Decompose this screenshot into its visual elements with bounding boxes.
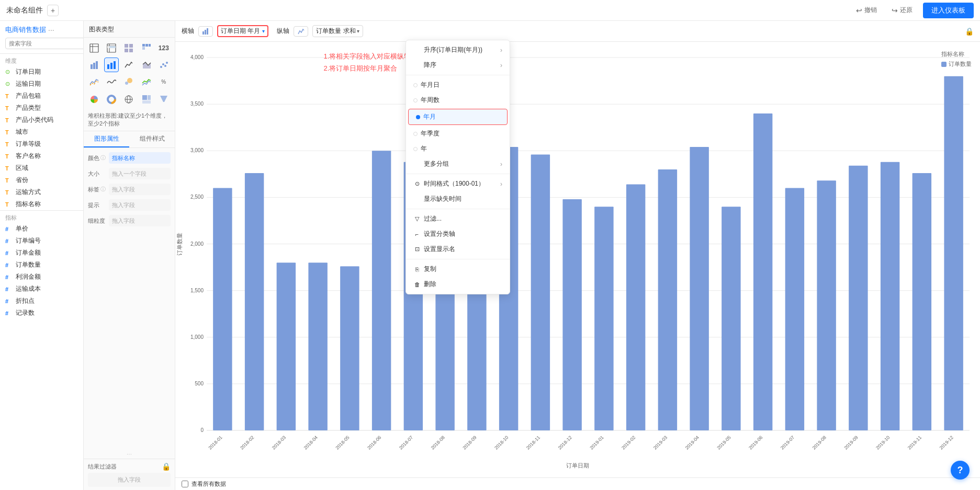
menu-item-ym[interactable]: 年月 xyxy=(408,109,508,125)
menu-item-set-display-name[interactable]: ⊡ 设置显示名 xyxy=(406,242,510,257)
chart-map-icon[interactable] xyxy=(121,92,136,107)
field-ship-cost[interactable]: # 运输成本 xyxy=(0,283,83,295)
svg-rect-40 xyxy=(207,28,208,35)
field-order-amount[interactable]: # 订单金额 xyxy=(0,247,83,259)
menu-item-ymd[interactable]: 年月日 xyxy=(406,77,510,93)
search-input[interactable] xyxy=(5,38,84,49)
undo-button[interactable]: ↩ 撤销 xyxy=(852,4,881,17)
prop-tooltip-label: 提示 xyxy=(88,201,107,209)
chart-column-icon[interactable] xyxy=(104,58,119,72)
radio-selected-icon xyxy=(416,115,420,119)
svg-text:3,000: 3,000 xyxy=(190,147,204,153)
menu-item-set-cat-axis[interactable]: ⌐ 设置分类轴 xyxy=(406,226,510,242)
svg-text:2018-07: 2018-07 xyxy=(398,435,414,450)
field-city[interactable]: T 城市 xyxy=(0,126,83,138)
field-ship-date[interactable]: ⊙ 运输日期 xyxy=(0,78,83,90)
svg-text:2018-12: 2018-12 xyxy=(557,435,573,450)
menu-item-delete[interactable]: 🗑 删除 xyxy=(406,277,510,292)
y-axis-select[interactable]: 订单数量 求和 ▾ xyxy=(312,25,363,37)
tab-graph-props[interactable]: 图形属性 xyxy=(84,131,129,147)
chart-line-icon[interactable] xyxy=(121,58,136,72)
chart-number-icon[interactable]: 123 xyxy=(156,41,171,55)
chart-donut-icon[interactable] xyxy=(104,92,119,107)
prop-color-field[interactable]: 指标名称 xyxy=(109,152,171,164)
chart-grid-icon[interactable] xyxy=(121,41,136,55)
prop-size-field[interactable]: 拖入一个字段 xyxy=(109,168,171,179)
prop-label-field[interactable]: 拖入字段 xyxy=(109,184,171,195)
svg-rect-35 xyxy=(148,95,151,100)
field-region[interactable]: T 区域 xyxy=(0,162,83,174)
chart-bar-icon[interactable] xyxy=(87,58,102,72)
menu-divider4 xyxy=(406,259,510,259)
chart-stacked-line-icon[interactable] xyxy=(139,74,154,89)
redo-button[interactable]: ↪ 还原 xyxy=(887,4,917,17)
lock-icon[interactable]: 🔒 xyxy=(162,462,171,471)
field-order-date[interactable]: ⊙ 订单日期 xyxy=(0,66,83,78)
menu-item-copy[interactable]: ⎘ 复制 xyxy=(406,261,510,277)
field-discount[interactable]: # 折扣点 xyxy=(0,295,83,307)
resize-handle[interactable]: ··· xyxy=(84,449,175,459)
menu-item-desc[interactable]: 降序 › xyxy=(406,58,510,73)
add-component-button[interactable]: + xyxy=(47,5,59,16)
field-record-count[interactable]: # 记录数 xyxy=(0,307,83,319)
menu-item-y[interactable]: 年 xyxy=(406,141,510,156)
prop-tooltip-field[interactable]: 拖入字段 xyxy=(109,199,171,211)
field-unit-price[interactable]: # 单价 xyxy=(0,223,83,235)
chart-scatter-icon[interactable] xyxy=(156,58,171,72)
enter-dashboard-button[interactable]: 进入仪表板 xyxy=(923,3,974,18)
chart-pie-icon[interactable] xyxy=(87,92,102,107)
chart-table-icon[interactable] xyxy=(87,41,102,55)
menu-item-yq[interactable]: 年季度 xyxy=(406,126,510,141)
chart-funnel-icon[interactable] xyxy=(156,92,171,107)
chart-wave-icon[interactable] xyxy=(104,74,119,89)
datasource-title: 电商销售数据 ··· xyxy=(5,25,78,35)
arrow-icon4: › xyxy=(500,180,502,188)
menu-item-time-format[interactable]: ⊙ 时间格式（1900-01） › xyxy=(406,176,510,191)
x-axis-select[interactable]: 订单日期 年月 ▾ xyxy=(217,25,268,37)
y-axis-icon[interactable] xyxy=(294,26,308,37)
menu-item-more-group[interactable]: 更多分组 › xyxy=(406,156,510,172)
field-product-sub-code[interactable]: T 产品小类代码 xyxy=(0,114,83,126)
menu-item-show-missing[interactable]: 显示缺失时间 xyxy=(406,191,510,207)
field-order-no[interactable]: # 订单编号 xyxy=(0,235,83,247)
svg-point-24 xyxy=(162,63,164,65)
prop-granularity-field[interactable]: 拖入字段 xyxy=(109,215,171,226)
field-product-box[interactable]: T 产品包箱 xyxy=(0,90,83,102)
field-customer[interactable]: T 客户名称 xyxy=(0,150,83,162)
chart-area-icon[interactable] xyxy=(139,58,154,72)
svg-text:1,000: 1,000 xyxy=(190,334,204,340)
time-icon: ⊙ xyxy=(413,180,421,187)
svg-text:0: 0 xyxy=(200,427,204,433)
menu-item-asc[interactable]: 升序(订单日期(年月)) › xyxy=(406,42,510,58)
chart-multi-line-icon[interactable] xyxy=(87,74,102,89)
x-axis-icon[interactable] xyxy=(198,26,213,37)
field-order-qty[interactable]: # 订单数量 xyxy=(0,259,83,271)
chart-treemap-icon[interactable] xyxy=(139,92,154,107)
delete-icon: 🗑 xyxy=(413,281,421,288)
chart-cross-table-icon[interactable] xyxy=(104,41,119,55)
tab-component-style[interactable]: 组件样式 xyxy=(129,131,175,147)
chart-lock-icon[interactable]: 🔒 xyxy=(965,27,974,36)
field-province[interactable]: T 省份 xyxy=(0,174,83,186)
field-metric-name[interactable]: T 指标名称 xyxy=(0,198,83,210)
field-product-type[interactable]: T 产品类型 xyxy=(0,102,83,114)
field-ship-mode[interactable]: T 运输方式 xyxy=(0,186,83,198)
chart-percent-icon[interactable]: % xyxy=(156,74,171,89)
y-axis-label: 纵轴 xyxy=(277,27,289,36)
field-order-level[interactable]: T 订单等级 xyxy=(0,138,83,150)
hash-icon: # xyxy=(5,238,13,244)
view-all-data-checkbox[interactable] xyxy=(182,481,188,487)
more-icon[interactable]: ··· xyxy=(48,26,54,34)
field-profit[interactable]: # 利润金额 xyxy=(0,271,83,283)
help-button[interactable]: ? xyxy=(951,461,970,480)
svg-text:2018-11: 2018-11 xyxy=(525,435,541,450)
svg-text:2018-08: 2018-08 xyxy=(430,435,446,450)
svg-rect-93 xyxy=(722,207,740,430)
svg-text:2019-01: 2019-01 xyxy=(589,435,604,450)
chart-bubble-icon[interactable] xyxy=(121,74,136,89)
chart-multi-icon[interactable] xyxy=(139,41,154,55)
menu-item-yw[interactable]: 年周数 xyxy=(406,93,510,108)
filter-drop-zone[interactable]: 拖入字段 xyxy=(88,473,171,487)
menu-item-filter[interactable]: ▽ 过滤... xyxy=(406,211,510,226)
topbar-title: 未命名组件 xyxy=(6,6,43,15)
